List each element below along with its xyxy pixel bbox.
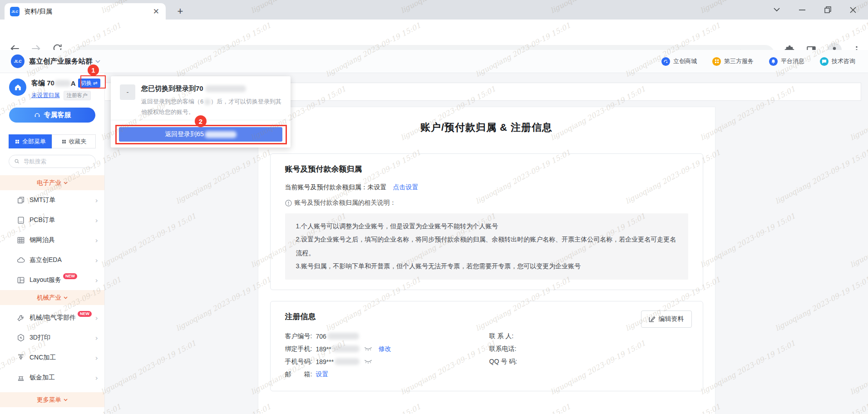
- nav-messages[interactable]: 平台消息: [769, 57, 804, 66]
- brand[interactable]: JLC 嘉立创产业服务站群: [11, 54, 100, 68]
- nav-mall[interactable]: 立创商城: [661, 57, 697, 66]
- edit-profile-button[interactable]: 编辑资料: [641, 310, 692, 328]
- chevron-right-icon: ›: [95, 256, 98, 265]
- section-electronic[interactable]: 电子产业: [0, 175, 104, 190]
- field-phone-number: 手机号码: 189***: [285, 355, 489, 368]
- sidebar-item-sheet-metal[interactable]: 钣金加工 ›: [0, 368, 104, 388]
- chevron-right-icon: ›: [95, 354, 98, 362]
- set-ownership-link[interactable]: 点击设置: [393, 183, 419, 192]
- nav-support[interactable]: 技术咨询: [820, 57, 855, 66]
- annotation-box-switch: [80, 75, 106, 89]
- sidebar-item-label: CNC加工: [30, 354, 56, 362]
- sidebar-item-mechanical-parts[interactable]: 机械/电气零部件 NEW ›: [0, 308, 104, 328]
- window-restore-button[interactable]: [822, 4, 833, 16]
- nav-third-party[interactable]: 第三方服务: [712, 57, 754, 66]
- section-more-menu[interactable]: 更多菜单: [0, 392, 104, 407]
- dedicated-service-button[interactable]: 专属客服: [9, 108, 95, 123]
- sidebar-item-stencil[interactable]: 钢网治具 ›: [0, 230, 104, 250]
- new-tab-button[interactable]: +: [173, 5, 187, 18]
- modify-phone-link[interactable]: 修改: [379, 345, 391, 353]
- ownership-note-title: 账号及预付款余额归属的相关说明：: [295, 199, 396, 207]
- popup-body-text: 他授权给您的账号。: [141, 107, 281, 118]
- edit-profile-label: 编辑资料: [659, 315, 684, 323]
- chevron-right-icon: ›: [95, 374, 98, 382]
- popup-body-text: 返回登录到您的客编（6: [141, 97, 203, 107]
- sidebar-item-label: 3D打印: [30, 334, 50, 342]
- sidebar-item-label: Layout服务: [30, 276, 61, 284]
- sidebar-item-label: 钣金加工: [30, 374, 55, 382]
- brand-logo-icon: JLC: [11, 54, 25, 68]
- nav-mall-label: 立创商城: [673, 57, 697, 65]
- eye-closed-icon[interactable]: [364, 346, 372, 351]
- chat-icon: [820, 57, 829, 66]
- tab-close-icon[interactable]: ✕: [152, 7, 160, 16]
- dedicated-service-label: 专属客服: [44, 111, 71, 119]
- tab-all-menu[interactable]: 全部菜单: [9, 134, 52, 148]
- window-minimize-button[interactable]: [796, 4, 808, 16]
- popup-body-text: ）后，才可以切换登录到其: [211, 97, 281, 107]
- headset-icon: [34, 112, 41, 119]
- customer-code-prefix: 客编 70: [31, 79, 54, 88]
- field-qq-number: QQ 号 码:: [489, 355, 688, 368]
- field-customer-code: 客户编号: 706: [285, 330, 489, 343]
- pcb-orders-icon: [16, 216, 25, 225]
- home-icon: [14, 83, 22, 92]
- nav-search-input[interactable]: [23, 158, 88, 165]
- annotation-box-return: [115, 125, 287, 144]
- nav-messages-label: 平台消息: [781, 57, 804, 65]
- browser-tab[interactable]: JLC 资料/归属 ✕: [5, 3, 166, 20]
- section-mechanical[interactable]: 机械产业: [0, 290, 104, 305]
- annotation-step-1: 1: [88, 64, 99, 76]
- layout-icon: [16, 276, 25, 285]
- sidebar-item-pcb-orders[interactable]: PCB订单 ›: [0, 210, 104, 230]
- window-close-button[interactable]: [847, 4, 859, 16]
- sidebar-item-smt-orders[interactable]: SMT订单 ›: [0, 190, 104, 210]
- site-favicon: JLC: [10, 7, 20, 16]
- ownership-notes-box: 1.个人账号可以调整为企业账号，但是设置为企业账号不能转为个人账号 2.设置为企…: [285, 213, 688, 280]
- page-title: 账户/预付款归属 & 注册信息: [270, 121, 703, 134]
- customer-code-value: 706: [316, 333, 326, 340]
- ownership-link[interactable]: 未设置归属: [31, 92, 60, 99]
- sidebar-item-layout-service[interactable]: Layout服务 NEW ›: [0, 270, 104, 290]
- masked-value: [335, 358, 360, 365]
- chevron-down-icon: [64, 182, 68, 184]
- set-email-link[interactable]: 设置: [316, 370, 328, 379]
- sidebar-item-3d-print[interactable]: 3D打印 ›: [0, 328, 104, 348]
- tab-search-icon[interactable]: [771, 4, 783, 16]
- 3d-print-icon: [16, 333, 25, 342]
- register-info-title: 注册信息: [285, 311, 688, 322]
- wrench-icon: [16, 313, 25, 322]
- browser-toolbar: jlc.com/integrated/accountInfo/userAccou…: [0, 20, 868, 50]
- sidebar-item-label: 机械/电气零部件: [30, 314, 76, 322]
- sidebar-item-cnc[interactable]: CNC加工 ›: [0, 348, 104, 368]
- mall-icon: [661, 57, 670, 66]
- screen: JLC 资料/归属 ✕ + jlc.com/integrated/account: [0, 0, 868, 414]
- tab-favorites[interactable]: 收藏夹: [52, 134, 96, 148]
- stencil-icon: [16, 236, 25, 245]
- third-party-icon: [712, 57, 721, 66]
- eye-closed-icon[interactable]: [364, 359, 372, 364]
- browser-tabstrip: JLC 资料/归属 ✕ +: [0, 0, 868, 20]
- grid-icon: [15, 139, 20, 144]
- smt-orders-icon: [16, 196, 25, 205]
- sidebar-item-label: 钢网治具: [30, 236, 55, 244]
- register-info-card: 注册信息 编辑资料 客户编号: 706: [270, 301, 703, 391]
- section-mechanical-label: 机械产业: [37, 294, 61, 302]
- popup-avatar: -: [120, 84, 135, 100]
- sidebar-item-jlc-eda[interactable]: 嘉立创EDA ›: [0, 250, 104, 270]
- sidebar-tabs: 全部菜单 收藏夹: [9, 134, 96, 148]
- chevron-right-icon: ›: [95, 314, 98, 322]
- masked-value: [327, 333, 359, 340]
- chevron-right-icon: ›: [95, 334, 98, 342]
- ownership-note-2: 2.设置为企业账号之后，填写的企业名称，将同步预付款余额的归属、余额转出时的账户…: [296, 233, 677, 260]
- field-contact-person: 联 系 人:: [489, 330, 688, 343]
- tab-title: 资料/归属: [24, 7, 152, 16]
- popup-title-text: 您已切换到登录到70: [141, 84, 203, 93]
- nav-search-box[interactable]: [9, 155, 96, 168]
- registered-customer-badge: 注册客户: [64, 91, 91, 100]
- ownership-note-1: 1.个人账号可以调整为企业账号，但是设置为企业账号不能转为个人账号: [296, 220, 677, 233]
- search-icon: [14, 158, 20, 164]
- masked-account: [204, 99, 211, 105]
- phone-number-value: 189***: [316, 358, 334, 365]
- chevron-right-icon: ›: [95, 276, 98, 285]
